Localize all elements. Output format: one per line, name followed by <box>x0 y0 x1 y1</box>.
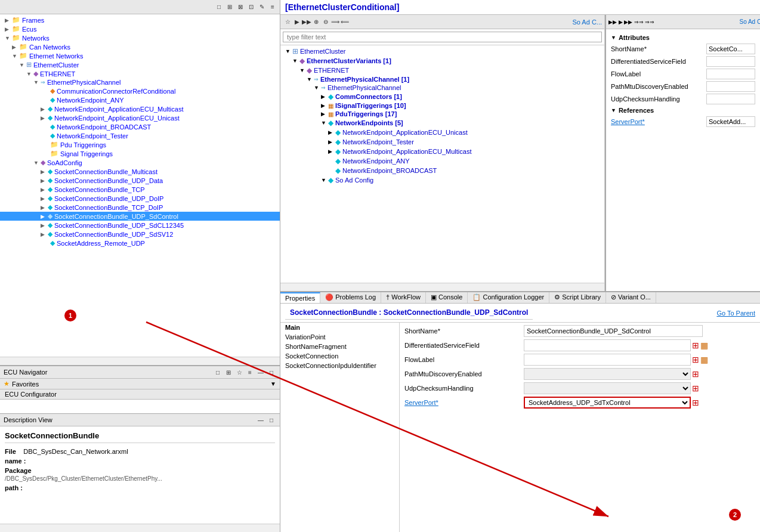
toolbar-menu-btn[interactable]: ≡ <box>268 2 277 12</box>
tree-item-socket-bundle-tcp[interactable]: ▶ ◆ SocketConnectionBundle_TCP <box>0 185 280 194</box>
rtree-eth-physical-channel[interactable]: ▼ ⇒ EthernetPhysicalChannel [1] <box>280 75 604 83</box>
tree-item-comm-connector[interactable]: ◆ CommunicationConnectorRefConditional <box>0 86 280 95</box>
tree-label-socket-bundle-udp-sdcontrol[interactable]: SocketConnectionBundle_UDP_SdControl <box>54 213 178 220</box>
tree-item-ethernet[interactable]: ▼ ◆ ETHERNET <box>0 69 280 78</box>
tab-workflow[interactable]: † WorkFlow <box>381 292 426 303</box>
rtree-label-ne-tester[interactable]: NetworkEndpoint_Tester <box>342 138 414 146</box>
rtree-arrow-ne-app-multi[interactable]: ▶ <box>328 149 335 154</box>
tree-item-pdu-triggerings[interactable]: 📁 Pdu Triggerings <box>0 140 280 149</box>
rtree-label-comm-connectors[interactable]: CommConnectors [1] <box>335 93 402 100</box>
tree-label-socket-bundle-sdcl12345[interactable]: SocketConnectionBundle_UDP_SdCL12345 <box>54 222 184 229</box>
tab-properties[interactable]: Properties <box>280 292 320 303</box>
tree-arrow-socket-bundle-tcp-doip[interactable]: ▶ <box>41 205 48 211</box>
tree-label-ne-app-multi[interactable]: NetworkEndpoint_ApplicationECU_Multicast <box>54 106 183 113</box>
favorites-arrow[interactable]: ▼ <box>270 381 276 387</box>
tree-label-ne-tester[interactable]: NetworkEndpoint_Tester <box>57 132 128 140</box>
tree-item-socket-bundle-udp-doip[interactable]: ▶ ◆ SocketConnectionBundle_UDP_DoIP <box>0 194 280 203</box>
rtree-arrow-ne-tester[interactable]: ▶ <box>328 139 335 145</box>
tree-label-socket-bundle-tcp[interactable]: SocketConnectionBundle_TCP <box>54 186 145 193</box>
tree-item-socket-bundle-sdsv12[interactable]: ▶ ◆ SocketConnectionBundle_UDP_SdSV12 <box>0 230 280 239</box>
right-toolbar-btn3[interactable]: ▶▶ <box>302 17 311 27</box>
rtree-label-pdu-triggerings[interactable]: PduTriggerings [17] <box>335 110 397 117</box>
tab-variant-o[interactable]: ⊘ Variant O... <box>606 292 656 303</box>
tree-arrow-socket-bundle-udp-doip[interactable]: ▶ <box>41 196 48 202</box>
desc-view-btn1[interactable]: — <box>256 415 265 425</box>
tree-arrow-ne-app-multi[interactable]: ▶ <box>41 106 48 112</box>
rtree-so-ad-config[interactable]: ▼ ◆ So Ad Config <box>280 175 604 185</box>
tree-arrow-ethernet[interactable]: ▼ <box>26 71 33 77</box>
props-nav-variation-point[interactable]: VariationPoint <box>280 332 399 342</box>
udp-checksum-icon[interactable]: ⊞ <box>692 383 699 393</box>
tree-item-so-ad-config[interactable]: ▼ ◆ SoAdConfig <box>0 158 280 167</box>
rtree-label-so-ad-config[interactable]: So Ad Config <box>335 177 373 184</box>
tree-arrow-socket-bundle-tcp[interactable]: ▶ <box>41 187 48 193</box>
tree-arrow-socket-bundle-udp-sdcontrol[interactable]: ▶ <box>41 214 48 219</box>
tree-item-ne-app-multi[interactable]: ▶ ◆ NetworkEndpoint_ApplicationECU_Multi… <box>0 104 280 113</box>
rtree-pdu-triggerings[interactable]: ▶ ▦ PduTriggerings [17] <box>280 110 604 118</box>
tree-item-ne-any[interactable]: ◆ NetworkEndpoint_ANY <box>0 95 280 104</box>
diff-service-icon-edit[interactable]: ⊞ <box>692 341 699 350</box>
tree-label-socket-address-remote[interactable]: SocketAddress_Remote_UDP <box>57 240 145 247</box>
tree-arrow-networks[interactable]: ▼ <box>5 35 12 41</box>
tree-arrow-socket-bundle-udp-data[interactable]: ▶ <box>41 178 48 184</box>
flow-label-icon-edit[interactable]: ⊞ <box>692 355 699 364</box>
tree-label-ethernet[interactable]: ETHERNET <box>40 70 75 78</box>
toolbar-edit-btn[interactable]: ✎ <box>257 2 267 12</box>
rtree-label-ne-app-multi[interactable]: NetworkEndpoint_ApplicationECU_Multicast <box>342 148 471 155</box>
attr-udp-checksum-input[interactable] <box>706 94 755 104</box>
filter-input[interactable] <box>283 32 602 42</box>
rtree-arrow-ne-app-uni[interactable]: ▶ <box>328 129 335 135</box>
tree-item-frames[interactable]: ▶ 📁 Frames <box>0 16 280 24</box>
tree-item-ethernet-cluster[interactable]: ▼ ⊞ EthernetCluster <box>0 60 280 69</box>
rtree-arrow-eth-variants[interactable]: ▼ <box>292 58 299 64</box>
tree-label-signal-triggerings[interactable]: Signal Triggerings <box>60 150 113 157</box>
tree-arrow-socket-bundle-sdcl12345[interactable]: ▶ <box>41 222 48 228</box>
rtree-label-network-endpoints[interactable]: NetworkEndpoints [5] <box>335 119 403 126</box>
prop-server-port-select[interactable]: SocketAddress_UDP_SdTxControl <box>524 397 691 409</box>
attr-server-port-input[interactable] <box>706 116 755 127</box>
favorites-bar[interactable]: ★ Favorites ▼ <box>0 379 280 389</box>
desc-view-btn2[interactable]: □ <box>267 415 276 425</box>
prop-path-mtu-select[interactable] <box>524 368 691 380</box>
tab-problems-log[interactable]: 🔴 Problems Log <box>320 292 381 303</box>
attrs-so-ad-link[interactable]: So Ad C... <box>748 17 758 27</box>
tree-item-ethernet-networks[interactable]: ▼ 📁 Ethernet Networks <box>0 51 280 60</box>
rtree-arrow-pdu-triggerings[interactable]: ▶ <box>321 111 328 117</box>
tree-arrow-frames[interactable]: ▶ <box>5 17 12 23</box>
rtree-label-eth-phys-chan[interactable]: EthernetPhysicalChannel <box>328 84 401 91</box>
tree-label-socket-bundle-sdsv12[interactable]: SocketConnectionBundle_UDP_SdSV12 <box>54 231 173 238</box>
rtree-isignal-triggerings[interactable]: ▶ ▦ ISignalTriggerings [10] <box>280 101 604 110</box>
rtree-label-ne-any[interactable]: NetworkEndpoint_ANY <box>342 157 410 165</box>
tree-item-socket-bundle-udp-sdcontrol[interactable]: ▶ ◆ SocketConnectionBundle_UDP_SdControl <box>0 212 280 221</box>
tree-item-can-networks[interactable]: ▶ 📁 Can Networks <box>0 42 280 51</box>
props-nav-socket-connection[interactable]: SocketConnection <box>280 351 399 361</box>
rtree-arrow-isignal-triggerings[interactable]: ▶ <box>321 103 328 109</box>
tree-label-can-networks[interactable]: Can Networks <box>29 44 70 51</box>
rtree-label-eth-variants[interactable]: EthernetClusterVariants [1] <box>307 57 391 64</box>
server-port-icon[interactable]: ⊞ <box>692 398 699 407</box>
rtree-network-endpoints[interactable]: ▼ ◆ NetworkEndpoints [5] <box>280 118 604 128</box>
tree-arrow-ne-app-uni[interactable]: ▶ <box>41 115 48 121</box>
rtree-eth-cluster-variants[interactable]: ▼ ◆ EthernetClusterVariants [1] <box>280 56 604 66</box>
tree-label-ne-app-uni[interactable]: NetworkEndpoint_ApplicationECU_Unicast <box>54 115 180 122</box>
tree-arrow-ecus[interactable]: ▶ <box>5 26 12 32</box>
tree-item-socket-bundle-udp-data[interactable]: ▶ ◆ SocketConnectionBundle_UDP_Data <box>0 176 280 185</box>
tree-item-ne-tester[interactable]: ◆ NetworkEndpoint_Tester <box>0 131 280 140</box>
tree-item-signal-triggerings[interactable]: 📁 Signal Triggerings <box>0 149 280 158</box>
ecu-nav-minimize-btn[interactable]: — <box>256 367 265 377</box>
right-toolbar-btn4[interactable]: ⊕ <box>311 17 321 27</box>
attr-flow-label-input[interactable] <box>706 69 755 79</box>
tree-label-ne-any[interactable]: NetworkEndpoint_ANY <box>57 97 124 104</box>
tree-item-socket-bundle-tcp-doip[interactable]: ▶ ◆ SocketConnectionBundle_TCP_DoIP <box>0 203 280 212</box>
props-nav-short-name-fragment[interactable]: ShortNameFragment <box>280 342 399 351</box>
right-toolbar-btn5[interactable]: ⊖ <box>321 17 330 27</box>
tree-arrow-ethernet-networks[interactable]: ▼ <box>12 53 19 59</box>
rtree-ethernet[interactable]: ▼ ◆ ETHERNET <box>280 66 604 75</box>
ecu-nav-btn1[interactable]: □ <box>213 367 223 377</box>
tree-label-ecus[interactable]: Ecus <box>22 26 36 33</box>
rtree-label-isignal-triggerings[interactable]: ISignalTriggerings [10] <box>335 102 406 109</box>
rtree-ethernet-cluster[interactable]: ▼ ⊞ EthernetCluster <box>280 47 604 56</box>
rtree-ne-any[interactable]: ◆ NetworkEndpoint_ANY <box>280 156 604 166</box>
go-to-parent-link[interactable]: Go To Parent <box>716 310 755 317</box>
rtree-eth-phys-chan[interactable]: ▼ ⇒ EthernetPhysicalChannel <box>280 83 604 92</box>
